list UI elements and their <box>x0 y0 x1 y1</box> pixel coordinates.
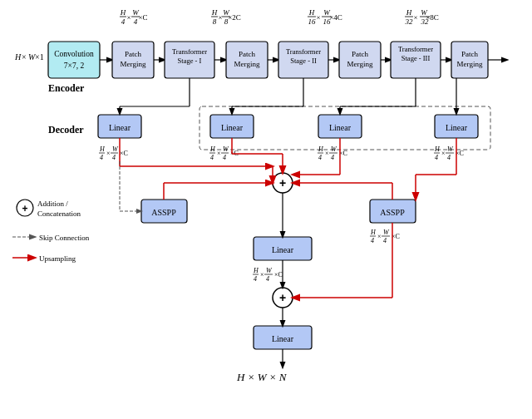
svg-text:×: × <box>413 13 417 22</box>
svg-text:Transformer: Transformer <box>398 45 433 53</box>
svg-text:×: × <box>126 13 131 22</box>
linear-3-label: Linear <box>329 123 352 132</box>
svg-text:Patch: Patch <box>239 50 255 58</box>
svg-text:4: 4 <box>447 154 451 161</box>
svg-text:×C: ×C <box>274 271 283 279</box>
svg-text:4: 4 <box>210 154 214 161</box>
svg-text:H: H <box>253 267 259 274</box>
svg-text:4: 4 <box>223 154 226 161</box>
svg-text:×: × <box>106 150 111 157</box>
svg-text:32: 32 <box>405 17 414 26</box>
svg-text:W: W <box>266 267 273 274</box>
legend-concatenation: Concatenation <box>37 210 81 218</box>
svg-text:Merging: Merging <box>234 60 260 68</box>
svg-text:×: × <box>218 13 222 22</box>
svg-text:W: W <box>223 145 229 153</box>
svg-text:4: 4 <box>254 275 257 283</box>
svg-text:×C: ×C <box>120 150 128 157</box>
legend-skip: Skip Connection <box>39 234 90 242</box>
add-symbol-2: + <box>279 291 286 304</box>
svg-text:Merging: Merging <box>121 60 146 68</box>
svg-text:8: 8 <box>213 17 217 26</box>
linear-mid-label: Linear <box>272 245 294 254</box>
decoder-label: Decoder <box>48 124 84 136</box>
svg-text:Transformer: Transformer <box>286 47 321 56</box>
legend-addition: Addition / <box>37 200 68 208</box>
svg-text:4: 4 <box>112 154 116 161</box>
svg-text:Stage - III: Stage - III <box>401 54 431 62</box>
svg-text:4: 4 <box>371 237 374 244</box>
svg-text:×: × <box>22 52 27 62</box>
diagram-container: H 4 × W 4 ×C H 8 × W 8 ×2C H 16 × W 16 ×… <box>0 0 532 419</box>
svg-text:×4C: ×4C <box>329 13 342 22</box>
svg-text:Merging: Merging <box>457 60 483 68</box>
svg-text:H: H <box>99 145 106 153</box>
svg-text:4: 4 <box>100 154 103 161</box>
linear-bot-label: Linear <box>272 334 294 343</box>
svg-text:×: × <box>260 271 264 279</box>
svg-text:4: 4 <box>121 17 126 26</box>
svg-text:W: W <box>331 145 337 153</box>
svg-text:4: 4 <box>134 17 138 26</box>
legend-upsampling: Upsampling <box>39 254 76 263</box>
svg-text:H: H <box>370 229 377 236</box>
svg-text:W: W <box>383 229 390 236</box>
svg-text:×: × <box>377 233 382 240</box>
asspp-1-label: ASSPP <box>151 208 176 217</box>
svg-text:H: H <box>211 8 218 17</box>
svg-text:4: 4 <box>435 154 438 161</box>
svg-text:4: 4 <box>266 275 269 283</box>
linear-2-label: Linear <box>221 123 244 132</box>
svg-text:×8C: ×8C <box>426 13 439 22</box>
svg-text:H: H <box>318 145 324 153</box>
add-symbol-1: + <box>279 176 286 190</box>
svg-text:Patch: Patch <box>125 50 141 58</box>
svg-text:Patch: Patch <box>352 50 368 58</box>
svg-text:×2C: ×2C <box>228 13 241 22</box>
svg-text:H: H <box>14 52 22 62</box>
conv-box <box>48 42 100 78</box>
svg-text:×: × <box>316 13 320 22</box>
svg-text:H: H <box>308 8 315 17</box>
linear-4-label: Linear <box>446 123 468 132</box>
asspp-2-label: ASSPP <box>380 208 405 217</box>
svg-text:Patch: Patch <box>461 50 478 58</box>
svg-text:×C: ×C <box>138 13 147 22</box>
svg-text:Merging: Merging <box>347 60 373 68</box>
svg-text:×: × <box>217 150 221 157</box>
svg-text:4: 4 <box>331 154 334 161</box>
svg-text:×1: ×1 <box>35 52 44 62</box>
svg-text:Stage - I: Stage - I <box>178 57 202 65</box>
svg-text:×: × <box>441 150 446 157</box>
conv-label: Convolution <box>54 50 94 58</box>
svg-text:H: H <box>209 145 216 153</box>
linear-1-label: Linear <box>109 123 131 132</box>
svg-text:Transformer: Transformer <box>172 47 207 56</box>
svg-text:4: 4 <box>318 154 322 161</box>
svg-text:Stage - II: Stage - II <box>290 57 317 65</box>
svg-text:4: 4 <box>383 237 387 244</box>
svg-text:H: H <box>120 8 126 17</box>
svg-text:H: H <box>406 8 412 17</box>
encoder-label: Encoder <box>48 82 85 94</box>
svg-text:16: 16 <box>308 17 317 26</box>
svg-text:+: + <box>22 203 27 214</box>
svg-text:W: W <box>112 145 119 153</box>
output-label: H × W × N <box>236 371 288 383</box>
svg-text:×: × <box>325 150 329 157</box>
conv-size: 7×7, 2 <box>64 62 85 70</box>
